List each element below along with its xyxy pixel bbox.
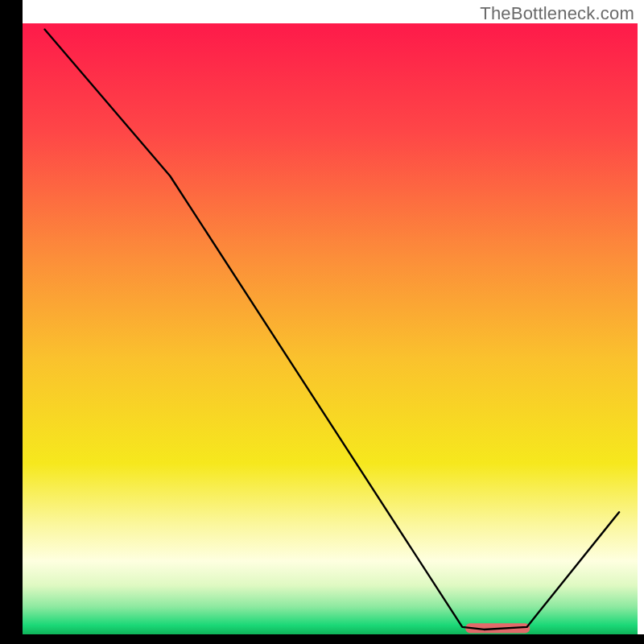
chart-svg [0,0,644,644]
chart-background [23,23,638,634]
svg-rect-1 [0,0,23,644]
watermark-text: TheBottleneck.com [480,3,634,24]
svg-rect-2 [0,634,644,644]
chart-stage: TheBottleneck.com [0,0,644,644]
